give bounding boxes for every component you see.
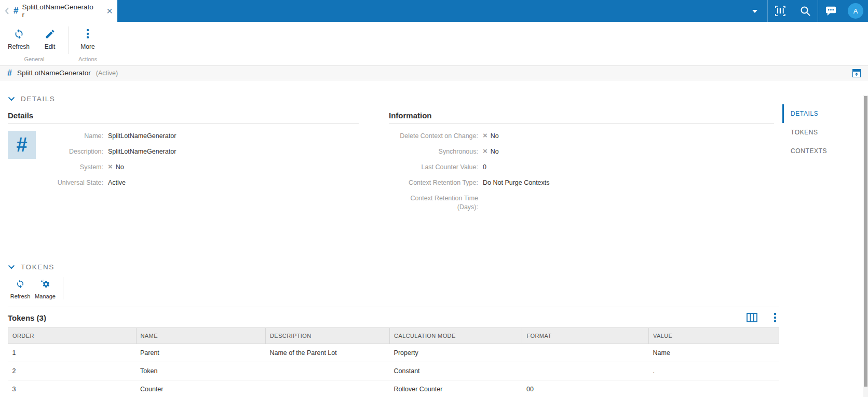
user-avatar[interactable]: A (843, 0, 868, 22)
search-button[interactable] (793, 0, 818, 22)
field-label: Universal State: (36, 179, 103, 187)
cell-calculation-mode: Constant (390, 362, 522, 380)
barcode-icon (774, 5, 786, 17)
search-icon (799, 5, 811, 17)
field-label: Description: (36, 147, 103, 156)
chevron-down-icon (8, 97, 15, 101)
edit-label: Edit (45, 43, 56, 50)
cell-order: 1 (8, 344, 137, 362)
cell-description: Name of the Parent Lot (265, 344, 389, 362)
ribbon-group-label-general: General (3, 56, 65, 65)
field-name: Name: SplitLotNameGenerator (36, 132, 359, 141)
expand-up-icon (852, 69, 861, 77)
refresh-icon (13, 28, 24, 40)
messages-button[interactable] (818, 0, 843, 22)
topbar-actions: A (742, 0, 868, 22)
tokens-refresh-label: Refresh (10, 293, 31, 299)
expand-panel-button[interactable] (852, 69, 861, 77)
tokens-refresh-button[interactable]: Refresh (8, 277, 33, 299)
tokens-toolbar: Refresh Manage (8, 277, 779, 299)
edit-pencil-icon (45, 28, 56, 40)
field-value: Active (108, 179, 126, 187)
column-header-format[interactable]: FORMAT (522, 328, 649, 344)
more-button[interactable]: More (72, 28, 103, 56)
column-header-name[interactable]: NAME (136, 328, 265, 344)
field-label: System: (36, 163, 103, 172)
close-tab-icon[interactable]: × (106, 6, 113, 16)
tokens-table-title: Tokens (3) (8, 313, 46, 322)
back-chevron-icon[interactable] (4, 7, 10, 15)
more-label: More (80, 43, 94, 50)
name-generator-icon: # (7, 69, 12, 78)
field-label: Context Retention Type: (389, 179, 478, 187)
field-last-counter-value: Last Counter Value: 0 (389, 163, 774, 172)
ribbon-group-actions: More Actions (72, 22, 103, 65)
column-header-order[interactable]: ORDER (8, 328, 137, 344)
field-label: Name: (36, 132, 103, 141)
nav-item-tokens[interactable]: TOKENS (782, 123, 863, 142)
field-system: System: × No (36, 163, 359, 172)
no-cross-icon: × (108, 163, 113, 170)
nav-item-details[interactable]: DETAILS (782, 104, 863, 123)
field-value: No (491, 132, 499, 141)
scrollbar-thumb[interactable] (864, 96, 867, 387)
ribbon-group-general: Refresh Edit General (3, 22, 65, 65)
no-cross-icon: × (483, 132, 487, 139)
cell-description (265, 380, 389, 397)
field-value: No (116, 163, 124, 172)
caret-down-icon (752, 10, 757, 16)
field-label: Synchronous: (389, 147, 478, 156)
section-header-tokens[interactable]: TOKENS (8, 263, 779, 271)
field-value: 0 (483, 163, 486, 172)
entity-title: SplitLotNameGenerator (17, 69, 91, 77)
toolbar-separator (63, 277, 63, 299)
chat-icon (825, 5, 837, 17)
cell-name: Parent (136, 344, 265, 362)
field-context-retention-type: Context Retention Type: Do Not Purge Con… (389, 179, 774, 187)
field-context-retention-time: Context Retention Time (Days): (389, 194, 774, 212)
details-panels-row: Details # Name: SplitLotNameGenerator De… (8, 111, 779, 218)
refresh-icon (16, 279, 25, 291)
chevron-down-icon (8, 265, 15, 269)
tokens-manage-button[interactable]: Manage (33, 277, 58, 299)
tokens-manage-label: Manage (35, 293, 56, 299)
tab-title: SplitLotNameGenerator (22, 3, 94, 19)
ribbon-toolbar: Refresh Edit General More Actions (0, 22, 868, 65)
manage-gear-icon (40, 279, 50, 291)
table-menu-kebab-icon[interactable] (774, 313, 776, 322)
details-panel: Details # Name: SplitLotNameGenerator De… (8, 111, 359, 218)
table-row[interactable]: 3 Counter Rollover Counter 00 (8, 380, 779, 397)
ribbon-separator (69, 26, 69, 54)
entity-avatar-tile: # (8, 131, 36, 159)
field-value: SplitLotNameGenerator (108, 147, 176, 156)
column-chooser-icon[interactable] (747, 313, 757, 322)
cell-order: 3 (8, 380, 137, 397)
field-value: No (491, 147, 499, 156)
dropdown-caret[interactable] (742, 0, 767, 22)
refresh-button[interactable]: Refresh (3, 28, 34, 56)
section-anchor-nav: DETAILS TOKENS CONTEXTS (782, 104, 863, 160)
table-row[interactable]: 2 Token Constant . (8, 362, 779, 380)
tokens-table: ORDER NAME DESCRIPTION CALCULATION MODE … (8, 327, 779, 397)
section-details-label: DETAILS (21, 95, 55, 103)
column-header-calculation-mode[interactable]: CALCULATION MODE (390, 328, 522, 344)
no-cross-icon: × (483, 147, 487, 155)
column-header-description[interactable]: DESCRIPTION (265, 328, 389, 344)
vertical-scrollbar[interactable] (863, 95, 868, 397)
tokens-section: TOKENS Refresh (8, 263, 779, 397)
page-content: DETAILS Details # Name: SplitLotNameGene… (0, 95, 868, 397)
edit-button[interactable]: Edit (34, 28, 65, 56)
column-header-value[interactable]: VALUE (648, 328, 779, 344)
name-generator-icon: # (13, 6, 18, 16)
entity-header-bar: # SplitLotNameGenerator (Active) (0, 65, 868, 80)
field-description: Description: SplitLotNameGenerator (36, 147, 359, 156)
entity-tab[interactable]: # SplitLotNameGenerator × (0, 0, 117, 22)
field-label: Last Counter Value: (389, 163, 478, 172)
section-header-details[interactable]: DETAILS (8, 95, 779, 103)
cell-calculation-mode: Property (390, 344, 522, 362)
barcode-scanner-button[interactable] (768, 0, 793, 22)
table-row[interactable]: 1 Parent Name of the Parent Lot Property… (8, 344, 779, 362)
cell-calculation-mode: Rollover Counter (390, 380, 522, 397)
cell-value (648, 380, 779, 397)
nav-item-contexts[interactable]: CONTEXTS (782, 142, 863, 160)
